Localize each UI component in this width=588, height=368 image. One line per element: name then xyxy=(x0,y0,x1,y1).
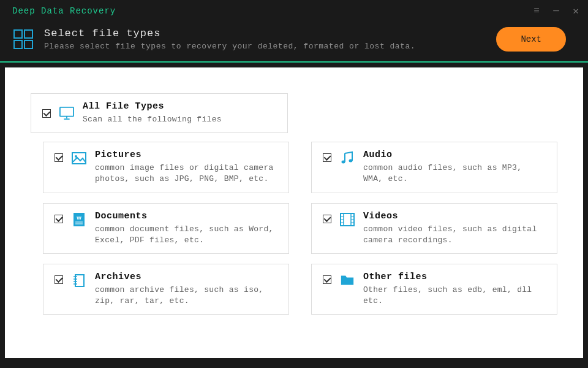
svg-point-9 xyxy=(342,161,345,164)
checkbox-documents[interactable] xyxy=(55,215,63,223)
folder-icon xyxy=(340,273,355,288)
video-film-icon xyxy=(340,212,355,227)
card-all-file-types[interactable]: All File Types Scan all the following fi… xyxy=(31,93,288,133)
card-text: Pictures common image files or digital c… xyxy=(95,150,277,185)
card-documents[interactable]: W Documents common document files, such … xyxy=(43,203,289,254)
checkbox-all[interactable] xyxy=(42,109,51,118)
minimize-icon[interactable]: — xyxy=(551,6,561,17)
picture-icon xyxy=(72,151,86,166)
checkbox-archives[interactable] xyxy=(55,275,63,284)
checkbox-videos[interactable] xyxy=(323,215,331,223)
card-title: Pictures xyxy=(95,150,277,160)
card-pictures[interactable]: Pictures common image files or digital c… xyxy=(43,142,289,193)
card-desc: common audio files, such as MP3, WMA, et… xyxy=(363,163,546,185)
card-text: Documents common document files, such as… xyxy=(95,211,277,246)
card-title: Audio xyxy=(363,150,546,160)
app-logo-icon xyxy=(12,28,34,50)
card-desc: common image files or digital camera pho… xyxy=(95,163,277,185)
page-title: Select file types xyxy=(44,28,486,39)
checkbox-other[interactable] xyxy=(323,275,331,284)
card-archives[interactable]: Archives common archive files, such as i… xyxy=(43,264,289,315)
archive-icon xyxy=(72,273,86,288)
card-title: Videos xyxy=(363,211,546,221)
next-button[interactable]: Next xyxy=(496,27,566,52)
card-text: All File Types Scan all the following fi… xyxy=(83,101,276,125)
card-desc: common video files, such as digital came… xyxy=(363,224,546,246)
card-videos[interactable]: Videos common video files, such as digit… xyxy=(311,203,557,254)
titlebar: Deep Data Recovery ≡ — ✕ xyxy=(0,0,588,22)
card-desc: common archive files, such as iso, zip, … xyxy=(95,285,277,307)
monitor-icon xyxy=(59,106,74,121)
card-title: Archives xyxy=(95,272,277,282)
file-types-grid: Pictures common image files or digital c… xyxy=(43,142,557,315)
card-desc: Scan all the following files xyxy=(83,114,276,125)
card-audio[interactable]: Audio common audio files, such as MP3, W… xyxy=(311,142,557,193)
header-text: Select file types Please select file typ… xyxy=(44,28,486,51)
close-icon[interactable]: ✕ xyxy=(571,5,581,17)
card-title: Documents xyxy=(95,211,277,221)
document-icon: W xyxy=(72,212,86,227)
svg-rect-4 xyxy=(60,107,74,116)
card-text: Audio common audio files, such as MP3, W… xyxy=(363,150,546,185)
checkbox-pictures[interactable] xyxy=(55,153,63,162)
card-desc: common document files, such as Word, Exc… xyxy=(95,224,277,246)
content-wrap: All File Types Scan all the following fi… xyxy=(0,63,588,363)
svg-rect-7 xyxy=(72,153,86,164)
music-note-icon xyxy=(340,151,355,166)
card-desc: Other files, such as edb, eml, dll etc. xyxy=(363,285,546,307)
svg-text:W: W xyxy=(77,215,81,221)
card-title: Other files xyxy=(363,272,546,282)
svg-rect-0 xyxy=(14,30,22,38)
page-subtitle: Please select file types to recovery you… xyxy=(44,42,486,51)
app-title: Deep Data Recovery xyxy=(12,6,116,16)
svg-rect-2 xyxy=(14,40,22,48)
header: Select file types Please select file typ… xyxy=(0,22,588,61)
svg-rect-3 xyxy=(24,40,32,48)
svg-rect-1 xyxy=(24,30,32,38)
card-text: Other files Other files, such as edb, em… xyxy=(363,272,546,307)
menu-icon[interactable]: ≡ xyxy=(532,6,541,17)
card-text: Videos common video files, such as digit… xyxy=(363,211,546,246)
card-other[interactable]: Other files Other files, such as edb, em… xyxy=(311,264,557,315)
window-controls: ≡ — ✕ xyxy=(532,5,581,17)
svg-point-10 xyxy=(349,159,353,163)
card-title: All File Types xyxy=(83,101,276,112)
checkbox-audio[interactable] xyxy=(323,153,331,162)
content: All File Types Scan all the following fi… xyxy=(5,67,583,358)
card-text: Archives common archive files, such as i… xyxy=(95,272,277,307)
